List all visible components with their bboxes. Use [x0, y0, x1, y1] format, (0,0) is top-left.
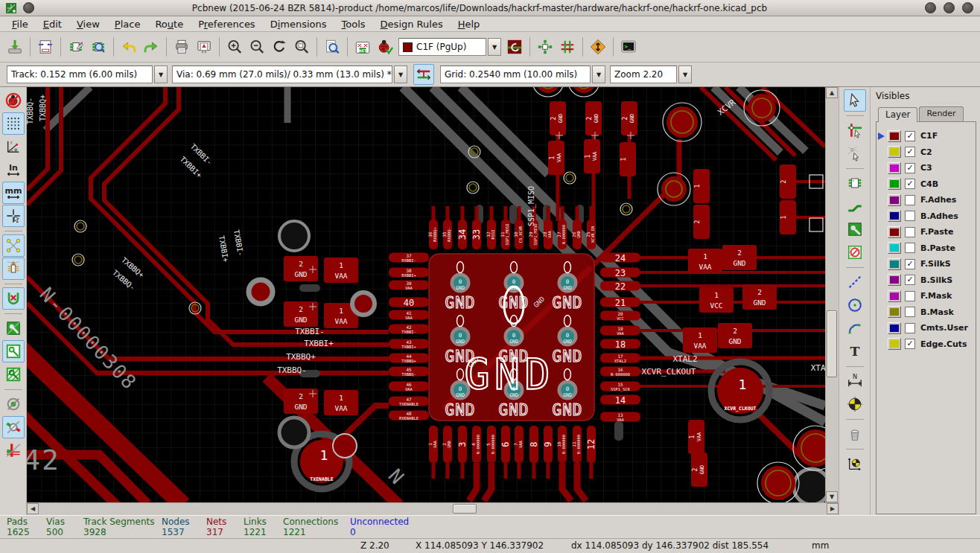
- layer-name[interactable]: F.SilkS: [920, 259, 951, 269]
- window-menu-button[interactable]: [23, 2, 34, 13]
- vertical-scrollbar[interactable]: ▲ ▼: [825, 87, 839, 502]
- menu-item-place[interactable]: Place: [107, 18, 148, 31]
- menu-item-tools[interactable]: Tools: [334, 18, 373, 31]
- menu-item-route[interactable]: Route: [147, 18, 191, 31]
- layer-name[interactable]: Cmts.User: [920, 323, 968, 333]
- track-width-select[interactable]: Track: 0.152 mm (6.00 mils) ▼: [7, 65, 168, 83]
- add-keepout-button[interactable]: [844, 241, 866, 263]
- layer-color-button[interactable]: [888, 210, 901, 222]
- layer-visible-checkbox[interactable]: [905, 211, 915, 221]
- layer-name[interactable]: F.Adhes: [920, 195, 956, 205]
- horizontal-scrollbar[interactable]: ◀ ▶: [27, 502, 839, 515]
- zone-nofill-button[interactable]: [2, 363, 25, 386]
- layer-name[interactable]: C4B: [920, 179, 938, 189]
- layer-visible-checkbox[interactable]: [905, 227, 915, 237]
- add-target-button[interactable]: [844, 393, 866, 415]
- add-dim-button[interactable]: N: [844, 370, 866, 392]
- layer-visible-checkbox[interactable]: ✓: [905, 339, 915, 349]
- grid-dots-button[interactable]: [2, 112, 25, 135]
- contrast-norm-button[interactable]: [2, 393, 25, 415]
- layer-visible-checkbox[interactable]: [905, 323, 915, 333]
- plot-button[interactable]: [194, 36, 214, 57]
- horizontal-scroll-thumb[interactable]: [453, 504, 477, 514]
- layer-name[interactable]: B.Adhes: [920, 211, 958, 221]
- add-zone-button[interactable]: [844, 218, 866, 240]
- script-button[interactable]: >_: [618, 36, 639, 57]
- layer-visible-checkbox[interactable]: ✓: [905, 131, 915, 141]
- zoom-redraw-button[interactable]: [269, 36, 290, 57]
- add-arc-button[interactable]: [844, 317, 866, 339]
- layer-color-button[interactable]: [888, 274, 901, 286]
- pcb-canvas[interactable]: 0GNDGND0GNDGND0GNDGND0GNDGND0GNDGND0GNDG…: [27, 87, 825, 502]
- layer-color-button[interactable]: [888, 290, 901, 302]
- fp-edit-button[interactable]: [66, 36, 86, 57]
- layer-name[interactable]: C3: [920, 163, 932, 173]
- layer-name[interactable]: Edge.Cuts: [920, 339, 967, 349]
- layer-visible-checkbox[interactable]: [905, 291, 915, 301]
- layer-color-button[interactable]: [888, 130, 901, 142]
- menu-item-preferences[interactable]: Preferences: [191, 18, 262, 31]
- layer-name[interactable]: B.SilkS: [920, 275, 952, 285]
- menu-item-design-rules[interactable]: Design Rules: [373, 18, 451, 31]
- layer-color-button[interactable]: [888, 338, 901, 350]
- scroll-left-icon[interactable]: ◀: [27, 503, 39, 514]
- layer-color-button[interactable]: [888, 242, 901, 254]
- microvia-button[interactable]: [504, 36, 525, 57]
- layer-color-button[interactable]: [888, 146, 901, 158]
- menu-item-edit[interactable]: Edit: [36, 18, 69, 31]
- track-via-size-button[interactable]: [413, 64, 434, 85]
- layer-visible-checkbox[interactable]: ✓: [905, 179, 915, 189]
- layer-visible-checkbox[interactable]: ✓: [905, 275, 915, 285]
- close-button[interactable]: [962, 2, 973, 13]
- vertical-scroll-thumb[interactable]: [827, 310, 837, 377]
- layer-color-button[interactable]: [888, 306, 901, 318]
- mod-ratsnest-button[interactable]: [2, 258, 25, 280]
- contrast-high-button[interactable]: [2, 416, 25, 438]
- menu-item-file[interactable]: File: [4, 18, 36, 31]
- zone-fill-button[interactable]: [2, 317, 25, 339]
- layer-visible-checkbox[interactable]: ✓: [905, 163, 915, 173]
- zoom-out-button[interactable]: [246, 36, 267, 57]
- layer-name[interactable]: F.Paste: [920, 227, 954, 237]
- save-button[interactable]: [4, 36, 25, 57]
- freeroute-button[interactable]: [588, 36, 608, 57]
- automode-button[interactable]: [557, 36, 578, 57]
- layer-name[interactable]: C1F: [920, 131, 938, 141]
- sheet-button[interactable]: [35, 36, 56, 57]
- active-layer-select[interactable]: C1F (PgUp)▼: [398, 38, 501, 56]
- layer-visible-checkbox[interactable]: [905, 195, 915, 205]
- chevron-down-icon[interactable]: ▼: [394, 65, 407, 83]
- ratsnest-button[interactable]: [2, 234, 25, 257]
- drill-origin-button[interactable]: [844, 453, 866, 475]
- menu-item-view[interactable]: View: [69, 18, 107, 31]
- chevron-down-icon[interactable]: ▼: [678, 65, 692, 83]
- zoom-in-button[interactable]: [224, 36, 245, 57]
- layer-color-button[interactable]: [888, 178, 901, 190]
- cursor-shape-button[interactable]: [2, 205, 25, 227]
- layer-visible-checkbox[interactable]: ✓: [905, 259, 915, 269]
- autodel-button[interactable]: [2, 287, 25, 310]
- scroll-down-icon[interactable]: ▼: [826, 491, 838, 502]
- add-module-button[interactable]: [844, 172, 866, 194]
- units-in-button[interactable]: In: [2, 159, 25, 181]
- add-circle-button[interactable]: [844, 294, 866, 316]
- delete-button[interactable]: [844, 423, 866, 445]
- redo-button[interactable]: [141, 36, 162, 57]
- undo-button[interactable]: [118, 36, 139, 57]
- tab-render[interactable]: Render: [919, 106, 963, 121]
- chevron-down-icon[interactable]: ▼: [592, 65, 605, 83]
- layer-color-button[interactable]: [888, 258, 901, 270]
- minimize-button[interactable]: [925, 2, 936, 13]
- drc-off-button[interactable]: [2, 89, 25, 112]
- track-disp-button[interactable]: [2, 439, 25, 461]
- layer-visible-checkbox[interactable]: [905, 307, 915, 317]
- layer-name[interactable]: B.Paste: [920, 243, 955, 253]
- via-size-select[interactable]: Via: 0.69 mm (27.0 mils)/ 0.33 mm (13.0 …: [172, 65, 407, 83]
- layer-visible-checkbox[interactable]: [905, 243, 915, 253]
- local-ratsnest-button[interactable]: [844, 142, 866, 164]
- add-text-button[interactable]: T: [844, 340, 866, 362]
- select-button[interactable]: [844, 89, 866, 112]
- print-button[interactable]: [171, 36, 192, 57]
- drc-button[interactable]: [375, 36, 395, 57]
- netlist-button[interactable]: NET: [352, 36, 373, 57]
